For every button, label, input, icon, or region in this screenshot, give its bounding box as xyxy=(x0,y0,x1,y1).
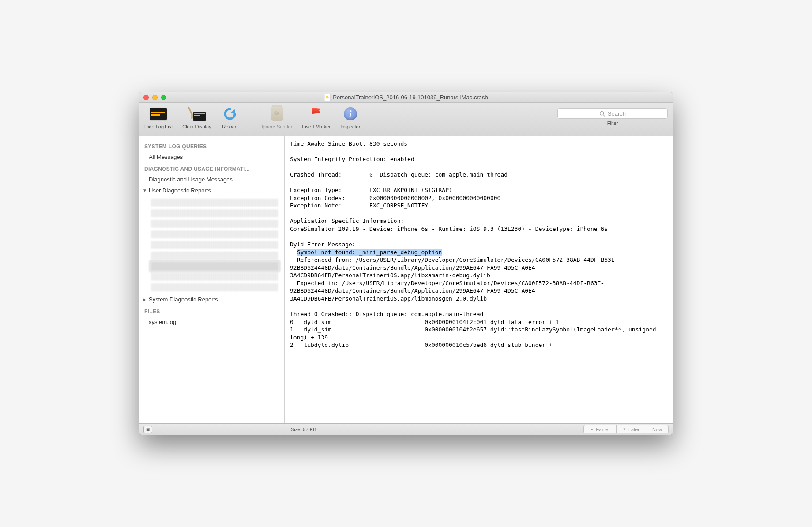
inspector-button[interactable]: i Inspector xyxy=(340,105,360,129)
sidebar-item-user-diagnostic-reports[interactable]: ▼ User Diagnostic Reports xyxy=(139,185,284,196)
sidebar-header-diagnostic: DIAGNOSTIC AND USAGE INFORMATI... xyxy=(139,162,284,174)
broom-icon xyxy=(188,106,206,121)
filter-label: Filter xyxy=(607,120,618,126)
sidebar-item-redacted[interactable] xyxy=(151,220,278,228)
sidebar-item-redacted[interactable] xyxy=(151,283,278,291)
trash-icon xyxy=(271,107,283,121)
sidebar-header-files: FILES xyxy=(139,305,284,316)
chevron-down-icon: ▼ xyxy=(143,188,147,193)
flag-icon xyxy=(310,106,323,121)
reload-icon xyxy=(223,107,237,121)
search-input[interactable]: Search xyxy=(557,108,668,119)
chevron-right-icon: ▶ xyxy=(143,297,147,302)
sidebar-header-system-log: SYSTEM LOG QUERIES xyxy=(139,140,284,151)
minimize-window-button[interactable] xyxy=(152,95,158,100)
sidebar-item-all-messages[interactable]: All Messages xyxy=(139,151,284,162)
document-icon xyxy=(324,94,330,101)
later-button[interactable]: ▼Later xyxy=(617,425,646,433)
detail-toggle-icon[interactable]: ▣ xyxy=(143,426,152,433)
sidebar-item-redacted-selected[interactable] xyxy=(151,262,278,270)
sidebar-item-system-diagnostic-reports[interactable]: ▶ System Diagnostic Reports xyxy=(139,294,284,305)
sidebar-item-redacted[interactable] xyxy=(151,241,278,249)
hide-log-list-button[interactable]: Hide Log List xyxy=(144,105,173,129)
now-button[interactable]: Now xyxy=(646,425,669,433)
ignore-sender-button[interactable]: Ignore Sender xyxy=(262,105,293,129)
insert-marker-button[interactable]: Insert Marker xyxy=(302,105,331,129)
statusbar: ▣ Size: 57 KB ▲Earlier ▼Later Now xyxy=(139,423,673,435)
earlier-button[interactable]: ▲Earlier xyxy=(583,425,617,433)
log-screen-icon xyxy=(150,108,167,120)
highlighted-error-text: Symbol not found: _mini_parse_debug_opti… xyxy=(297,249,442,256)
file-size-label: Size: 57 KB xyxy=(291,427,316,432)
sidebar-item-redacted[interactable] xyxy=(151,230,278,238)
svg-point-0 xyxy=(600,111,604,115)
sidebar-item-diagnostic-messages[interactable]: Diagnostic and Usage Messages xyxy=(139,174,284,185)
svg-line-1 xyxy=(603,114,605,116)
triangle-up-icon: ▲ xyxy=(590,427,594,431)
titlebar: PersonalTraineriOS_2016-06-19-101039_Run… xyxy=(139,92,673,103)
sidebar-item-redacted[interactable] xyxy=(151,273,278,281)
info-icon: i xyxy=(344,107,357,120)
sidebar-item-redacted[interactable] xyxy=(151,209,278,217)
window-title: PersonalTraineriOS_2016-06-19-101039_Run… xyxy=(333,94,488,101)
sidebar-item-redacted[interactable] xyxy=(151,199,278,207)
toolbar: Hide Log List Clear Display Reload Ignor… xyxy=(139,103,673,136)
sidebar-item-system-log[interactable]: system.log xyxy=(139,316,284,327)
triangle-down-icon: ▼ xyxy=(623,427,626,431)
reload-button[interactable]: Reload xyxy=(221,105,239,129)
search-icon xyxy=(599,111,605,117)
sidebar-item-redacted[interactable] xyxy=(151,252,278,260)
traffic-lights xyxy=(143,95,166,100)
log-content[interactable]: Time Awake Since Boot: 830 seconds Syste… xyxy=(285,136,673,423)
sidebar: SYSTEM LOG QUERIES All Messages DIAGNOST… xyxy=(139,136,285,423)
clear-display-button[interactable]: Clear Display xyxy=(182,105,211,129)
window-title-area: PersonalTraineriOS_2016-06-19-101039_Run… xyxy=(324,94,488,101)
console-window: PersonalTraineriOS_2016-06-19-101039_Run… xyxy=(139,92,673,435)
close-window-button[interactable] xyxy=(143,95,149,100)
zoom-window-button[interactable] xyxy=(161,95,166,100)
